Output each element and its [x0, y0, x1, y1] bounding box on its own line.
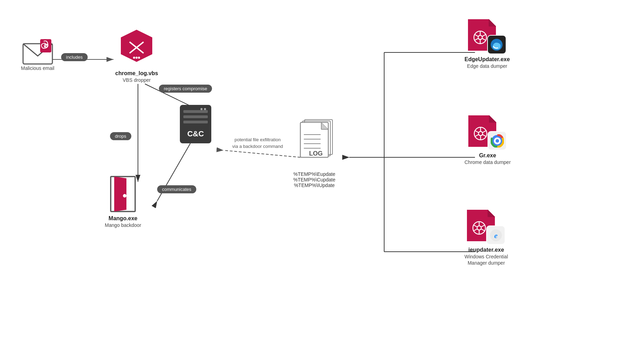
potential-exfiltration-label: potential file exfiltrationvia a backdoo…	[232, 137, 283, 149]
registers-compromise-label-wrap: registers compromise	[159, 85, 212, 93]
svg-point-77	[496, 139, 499, 143]
door-icon	[107, 175, 139, 213]
svg-point-34	[204, 108, 206, 110]
potential-exfiltration-label-wrap: potential file exfiltrationvia a backdoo…	[232, 136, 283, 150]
mango-exe-label1: Mango.exe	[109, 215, 138, 222]
cnc-node: C&C	[176, 101, 215, 147]
svg-point-33	[200, 108, 203, 110]
communicates-label-wrap: communicates	[157, 185, 196, 193]
log-files-label1: %TEMP%\Eupdate	[293, 171, 335, 177]
hexagon-icon	[119, 28, 154, 68]
log-stack-icon: LOG	[290, 119, 339, 171]
svg-rect-31	[183, 115, 208, 118]
log-files-node: LOG %TEMP%\Eupdate %TEMP%\Cupdate %TEMP%…	[290, 119, 339, 188]
edge-icon-badge	[487, 35, 506, 54]
log-files-label3: %TEMP%\IUpdate	[294, 182, 335, 188]
svg-rect-30	[183, 110, 208, 113]
ieupdater-label2: Windows Credential	[464, 254, 508, 259]
edge-updater-node: EdgeUpdater.exe Edge data dumper	[464, 19, 510, 69]
svg-marker-63	[489, 115, 496, 122]
drops-label: drops	[110, 132, 131, 140]
registers-compromise-label: registers compromise	[159, 85, 212, 93]
ieupdater-exe-node: e ieupdater.exe Windows Credential Manag…	[464, 210, 508, 266]
chrome-log-vbs-label2: VBS dropper	[123, 77, 151, 83]
svg-point-28	[138, 57, 140, 59]
edge-updater-label2: Edge data dumper	[467, 63, 507, 69]
svg-marker-79	[488, 210, 495, 217]
chrome-log-vbs-label1: chrome_log.vbs	[115, 70, 158, 77]
diagram: ⌀ Malicious email includes chrome_log.vb…	[0, 0, 644, 351]
svg-point-27	[136, 57, 138, 59]
ieupdater-label1: ieupdater.exe	[468, 247, 504, 253]
gr-exe-label1: Gr.exe	[479, 152, 496, 159]
malicious-email-node: ⌀ Malicious email	[21, 38, 54, 71]
svg-line-9	[224, 150, 300, 157]
includes-label-wrap: includes	[61, 53, 88, 61]
gr-exe-label2: Chrome data dumper	[464, 159, 511, 165]
gr-exe-node: Gr.exe Chrome data dumper	[464, 115, 511, 165]
svg-text:C&C: C&C	[187, 129, 204, 138]
chrome-log-vbs-node: chrome_log.vbs VBS dropper	[115, 28, 158, 83]
svg-point-37	[123, 194, 126, 198]
svg-marker-50	[489, 19, 496, 26]
drops-label-wrap: drops	[110, 132, 131, 140]
svg-rect-32	[183, 121, 208, 123]
email-icon: ⌀	[22, 38, 53, 65]
ie-icon-badge: e	[486, 225, 505, 245]
chrome-icon-badge	[488, 131, 507, 150]
mango-exe-label2: Mango backdoor	[105, 222, 141, 228]
mango-exe-node: Mango.exe Mango backdoor	[105, 175, 141, 228]
malicious-email-label: Malicious email	[21, 65, 54, 71]
communicates-label: communicates	[157, 185, 196, 193]
svg-point-26	[133, 57, 135, 59]
ieupdater-label3: Manager dumper	[468, 260, 505, 266]
cnc-server-icon: C&C	[176, 101, 215, 147]
log-files-label2: %TEMP%\Cupdate	[293, 177, 336, 182]
svg-text:LOG: LOG	[309, 150, 323, 157]
includes-label: includes	[61, 53, 88, 61]
svg-text:e: e	[494, 231, 498, 240]
edge-updater-label1: EdgeUpdater.exe	[464, 56, 510, 63]
